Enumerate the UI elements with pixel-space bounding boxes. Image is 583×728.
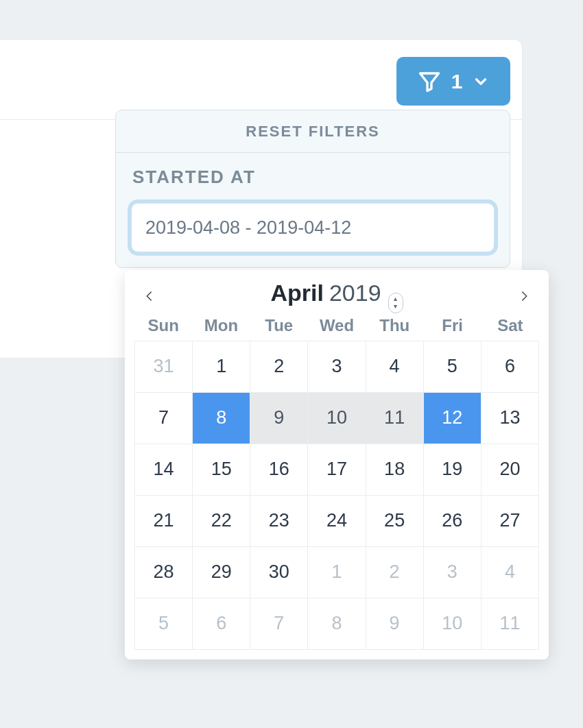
calendar-day[interactable]: 29: [193, 547, 250, 598]
filters-panel: RESET FILTERS STARTED AT: [115, 110, 510, 268]
calendar-year[interactable]: 2019: [329, 280, 381, 306]
calendar-day[interactable]: 18: [366, 444, 424, 496]
calendar-weekday-row: SunMonTueWedThuFriSat: [125, 315, 549, 341]
calendar-grid: 3112345678910111213141516171819202122232…: [134, 341, 539, 650]
calendar-weekday: Tue: [250, 316, 308, 335]
calendar-day[interactable]: 23: [250, 496, 308, 547]
calendar-weekday: Sun: [134, 316, 192, 335]
reset-filters-button[interactable]: RESET FILTERS: [116, 110, 510, 153]
next-month-button[interactable]: [514, 287, 534, 306]
calendar-day[interactable]: 14: [135, 444, 193, 496]
calendar-day[interactable]: 28: [135, 547, 193, 598]
calendar-day[interactable]: 4: [481, 547, 539, 598]
calendar-day[interactable]: 2: [366, 547, 424, 598]
calendar-day[interactable]: 9: [366, 598, 424, 650]
calendar-day[interactable]: 3: [424, 547, 481, 598]
calendar-day[interactable]: 24: [308, 496, 366, 547]
calendar-day[interactable]: 11: [481, 598, 539, 650]
year-spinner[interactable]: ▴ ▾: [388, 293, 403, 313]
calendar-title: April 2019 ▴ ▾: [270, 280, 403, 313]
calendar-day[interactable]: 8: [308, 598, 366, 650]
chevron-down-icon: [472, 73, 490, 90]
calendar-day[interactable]: 22: [193, 496, 250, 547]
calendar-weekday: Mon: [192, 316, 250, 335]
calendar-day[interactable]: 1: [193, 341, 250, 393]
date-range-input[interactable]: [131, 203, 495, 252]
calendar-day[interactable]: 30: [250, 547, 308, 598]
calendar-day[interactable]: 9: [250, 393, 308, 444]
calendar-day[interactable]: 6: [481, 341, 539, 393]
calendar-day[interactable]: 10: [308, 393, 366, 444]
filter-count: 1: [451, 70, 463, 93]
calendar-day[interactable]: 21: [135, 496, 193, 547]
calendar-day[interactable]: 17: [308, 444, 366, 496]
calendar-day[interactable]: 27: [481, 496, 539, 547]
calendar-weekday: Fri: [423, 316, 481, 335]
calendar-day[interactable]: 6: [193, 598, 250, 650]
chevron-down-icon: ▾: [394, 303, 397, 310]
calendar-day[interactable]: 31: [135, 341, 193, 393]
calendar-day[interactable]: 8: [193, 393, 250, 444]
date-picker: April 2019 ▴ ▾ SunMonTueWedThuFriSat 311…: [125, 270, 549, 659]
calendar-day[interactable]: 26: [424, 496, 481, 547]
calendar-weekday: Sat: [481, 316, 539, 335]
calendar-day[interactable]: 7: [135, 393, 193, 444]
filter-button[interactable]: 1: [396, 57, 510, 106]
calendar-day[interactable]: 5: [135, 598, 193, 650]
calendar-day[interactable]: 15: [193, 444, 250, 496]
chevron-up-icon: ▴: [394, 295, 397, 302]
calendar-day[interactable]: 16: [250, 444, 308, 496]
calendar-day[interactable]: 10: [424, 598, 481, 650]
calendar-day[interactable]: 5: [424, 341, 481, 393]
calendar-day[interactable]: 1: [308, 547, 366, 598]
prev-month-button[interactable]: [140, 287, 159, 306]
calendar-day[interactable]: 25: [366, 496, 424, 547]
calendar-day[interactable]: 13: [481, 393, 539, 444]
calendar-day[interactable]: 12: [424, 393, 481, 444]
calendar-day[interactable]: 7: [250, 598, 308, 650]
funnel-icon: [417, 69, 442, 94]
calendar-day[interactable]: 11: [366, 393, 424, 444]
calendar-day[interactable]: 2: [250, 341, 308, 393]
calendar-weekday: Wed: [308, 316, 366, 335]
calendar-day[interactable]: 19: [424, 444, 481, 496]
calendar-day[interactable]: 20: [481, 444, 539, 496]
calendar-day[interactable]: 4: [366, 341, 424, 393]
calendar-month[interactable]: April: [270, 280, 323, 306]
calendar-day[interactable]: 3: [308, 341, 366, 393]
calendar-weekday: Thu: [366, 316, 423, 335]
filter-section-label: STARTED AT: [116, 153, 510, 188]
